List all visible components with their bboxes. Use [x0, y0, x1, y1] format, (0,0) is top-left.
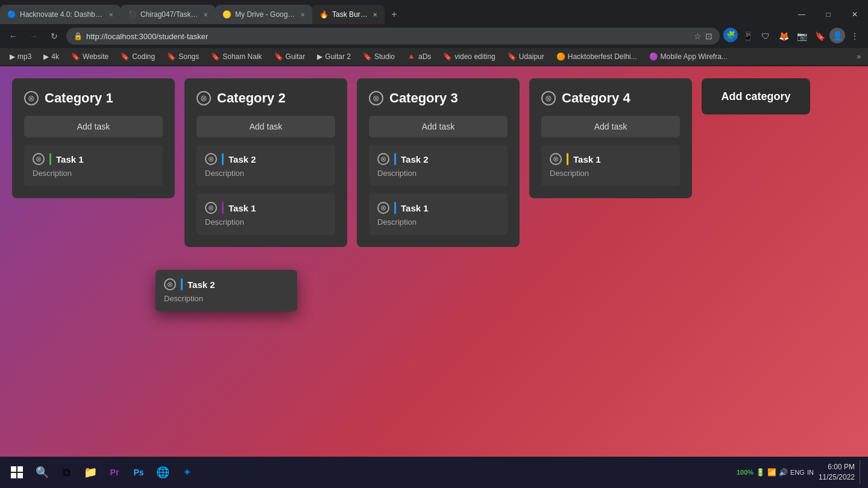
- category-remove-icon[interactable]: ⊗: [197, 91, 211, 105]
- start-button[interactable]: [5, 460, 29, 484]
- bookmark-mobile-app-wirefra...[interactable]: 🟣Mobile App Wirefra...: [644, 51, 732, 62]
- task-title: Task 1: [573, 154, 601, 164]
- task-card[interactable]: ⊗ Task 2 Description: [197, 145, 335, 186]
- star-icon[interactable]: ☆: [694, 31, 702, 41]
- svg-rect-0: [11, 466, 16, 472]
- bookmark-udaipur[interactable]: 🔖Udaipur: [503, 51, 549, 62]
- tab-favicon: 🔥: [319, 10, 329, 19]
- task-card[interactable]: ⊗ Task 1 Description: [369, 193, 508, 235]
- bookmark-songs[interactable]: 🔖Songs: [162, 51, 204, 62]
- browser-tab-tab2[interactable]: ⚫ Chirag047/Task-Burner ✕: [121, 5, 215, 24]
- bookmark-label: Guitar 2: [325, 52, 351, 61]
- tab-close-icon[interactable]: ✕: [373, 11, 377, 18]
- ext5-icon[interactable]: 🔖: [811, 28, 828, 45]
- battery-icon: 🔋: [756, 468, 765, 477]
- task-card[interactable]: ⊗ Task 2 Description: [369, 145, 508, 186]
- category-remove-icon[interactable]: ⊗: [24, 91, 39, 105]
- address-bar[interactable]: 🔒 http://localhost:3000/student-tasker ☆…: [66, 28, 720, 45]
- bookmark-label: aDs: [418, 52, 431, 61]
- forward-button[interactable]: →: [25, 28, 42, 45]
- taskview-icon[interactable]: ⧉: [55, 461, 77, 483]
- category-column-cat4: ⊗ Category 4 Add task ⊗ Task 1 Descripti…: [529, 78, 692, 198]
- menu-button[interactable]: ⋮: [846, 28, 863, 45]
- file-explorer-icon[interactable]: 📁: [80, 461, 101, 483]
- browser-tab-tab1[interactable]: 🔵 Hacknovate 4.0: Dashboard | De... ✕: [0, 5, 121, 24]
- task-remove-icon[interactable]: ⊗: [550, 153, 562, 165]
- reload-button[interactable]: ↻: [46, 28, 63, 45]
- category-remove-icon[interactable]: ⊗: [369, 91, 383, 105]
- search-taskbar-icon[interactable]: 🔍: [31, 461, 53, 483]
- task-remove-icon[interactable]: ⊗: [205, 153, 217, 165]
- ext3-icon[interactable]: 🦊: [775, 28, 792, 45]
- lock-icon: 🔒: [74, 32, 83, 40]
- back-button[interactable]: ←: [5, 28, 22, 45]
- task-card[interactable]: ⊗ Task 1 Description: [24, 145, 163, 186]
- add-task-button[interactable]: Add task: [369, 116, 508, 137]
- task-card[interactable]: ⊗ Task 1 Description: [541, 145, 680, 186]
- bookmark-guitar[interactable]: 🔖Guitar: [269, 51, 310, 62]
- chrome-taskbar-icon[interactable]: 🌐: [152, 461, 174, 483]
- task-color-bar: [49, 153, 51, 165]
- clock-date: 11/25/2022: [819, 472, 855, 483]
- task-title: Task 1: [56, 154, 84, 164]
- task-title: Task 1: [401, 203, 429, 213]
- bookmark-coding[interactable]: 🔖Coding: [116, 51, 160, 62]
- floating-task-card[interactable]: ⊗ Task 2 Description: [156, 270, 297, 311]
- bookmark-ads[interactable]: 🔺aDs: [402, 51, 436, 62]
- browser-tab-tab3[interactable]: 🟡 My Drive - Google Drive ✕: [215, 5, 312, 24]
- task-close-icon[interactable]: ⊗: [164, 278, 176, 290]
- bookmark-label: Songs: [178, 52, 199, 61]
- ext4-icon[interactable]: 📷: [793, 28, 810, 45]
- svg-rect-3: [17, 473, 23, 478]
- minimize-button[interactable]: —: [788, 5, 815, 24]
- task-remove-icon[interactable]: ⊗: [377, 153, 389, 165]
- bookmark-studio[interactable]: 🔖Studio: [358, 51, 400, 62]
- bookmarks-bar: ▶mp3▶4k🔖Website🔖Coding🔖Songs🔖Soham Naik🔖…: [0, 48, 868, 65]
- add-category-button[interactable]: Add category: [702, 78, 810, 114]
- cast-icon[interactable]: ⊡: [705, 31, 712, 41]
- show-desktop-button[interactable]: [860, 460, 863, 484]
- browser-tab-tab4[interactable]: 🔥 Task Burner ✕: [312, 5, 385, 24]
- tab-close-icon[interactable]: ✕: [203, 11, 208, 18]
- close-button[interactable]: ✕: [841, 5, 868, 24]
- task-remove-icon[interactable]: ⊗: [33, 153, 45, 165]
- task-color-bar: [181, 278, 183, 290]
- maximize-button[interactable]: □: [815, 5, 841, 24]
- ext2-icon[interactable]: 🛡: [757, 28, 774, 45]
- tab-close-icon[interactable]: ✕: [300, 11, 305, 18]
- task-color-bar: [394, 202, 396, 214]
- tab-close-icon[interactable]: ✕: [108, 11, 113, 18]
- bookmark-hacktoberfest-delhi...[interactable]: 🟠Hacktoberfest Delhi...: [552, 51, 642, 62]
- task-remove-icon[interactable]: ⊗: [205, 202, 217, 214]
- new-tab-button[interactable]: +: [385, 5, 404, 24]
- task-remove-icon[interactable]: ⊗: [377, 202, 389, 214]
- bookmark-mp3[interactable]: ▶mp3: [5, 51, 36, 62]
- bookmark-soham-naik[interactable]: 🔖Soham Naik: [206, 51, 266, 62]
- bookmark-label: Mobile App Wirefra...: [661, 52, 728, 61]
- premiere-icon[interactable]: 📱: [739, 28, 756, 45]
- category-remove-icon[interactable]: ⊗: [541, 91, 556, 105]
- bookmark-guitar-2[interactable]: ▶Guitar 2: [312, 51, 356, 62]
- task-color-bar: [222, 202, 224, 214]
- region-label: IN: [807, 469, 814, 476]
- bookmark-website[interactable]: 🔖Website: [66, 51, 113, 62]
- bookmark-4k[interactable]: ▶4k: [39, 51, 64, 62]
- photoshop-taskbar-icon[interactable]: Ps: [128, 461, 149, 483]
- system-tray: 100% 🔋 📶 🔊 ENG IN: [737, 468, 814, 477]
- tab-title: Task Burner: [332, 10, 369, 19]
- vscode-taskbar-icon[interactable]: ✦: [176, 461, 198, 483]
- add-task-button[interactable]: Add task: [24, 116, 163, 137]
- extensions-icon[interactable]: 🧩: [723, 28, 738, 42]
- premiere-taskbar-icon[interactable]: Pr: [104, 461, 125, 483]
- category-header: ⊗ Category 4: [541, 90, 680, 106]
- bookmarks-more-button[interactable]: »: [854, 51, 863, 62]
- add-task-button[interactable]: Add task: [541, 116, 680, 137]
- task-title: Task 2: [228, 154, 256, 164]
- tab-favicon: 🔵: [7, 10, 16, 19]
- category-title: Category 2: [217, 90, 286, 106]
- task-card[interactable]: ⊗ Task 1 Description: [197, 193, 335, 235]
- bookmark-video-editing[interactable]: 🔖video editing: [438, 51, 500, 62]
- task-description: Description: [205, 217, 327, 227]
- add-task-button[interactable]: Add task: [197, 116, 335, 137]
- profile-icon[interactable]: 👤: [829, 28, 845, 43]
